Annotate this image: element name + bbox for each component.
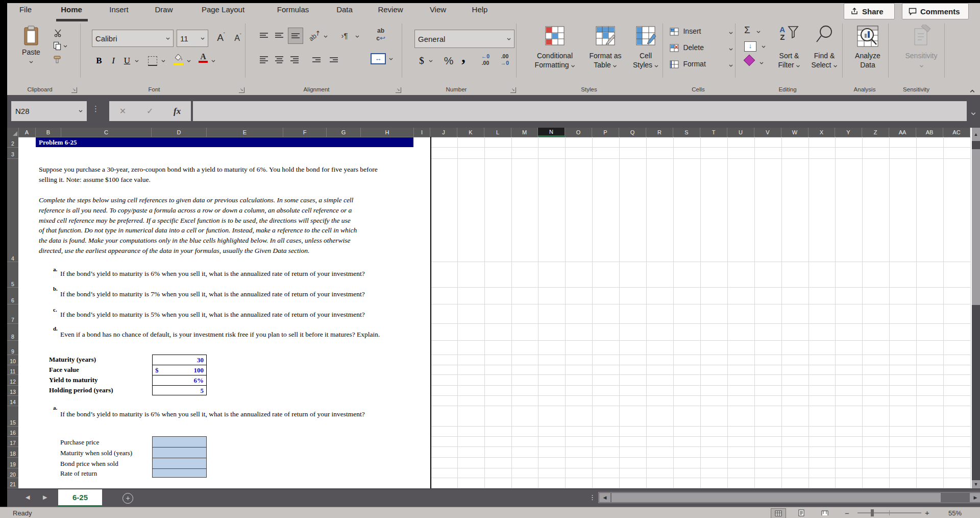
underline-button[interactable]: U	[121, 52, 133, 69]
decrease-decimal-button[interactable]: .00 →0	[496, 53, 513, 67]
sort-filter-button[interactable]: AZ Sort &Filter	[773, 25, 805, 78]
row-header-16[interactable]: 16	[7, 430, 18, 436]
ribbon-tab-review[interactable]: Review	[378, 5, 403, 14]
column-header-H[interactable]: H	[361, 128, 414, 137]
number-dialog-launcher-icon[interactable]: ↘	[510, 87, 516, 93]
formula-input[interactable]	[193, 101, 967, 121]
column-header-V[interactable]: V	[754, 128, 781, 137]
ribbon-tab-file[interactable]: File	[19, 5, 32, 14]
row-header-19[interactable]: 19	[7, 461, 18, 467]
decrease-font-button[interactable]: Aˇ	[231, 31, 245, 46]
given-data-cell[interactable]: 6%	[153, 375, 206, 386]
font-dialog-launcher-icon[interactable]: ↘	[239, 87, 244, 93]
column-header-O[interactable]: O	[565, 128, 592, 137]
ribbon-tab-formulas[interactable]: Formulas	[277, 5, 309, 14]
increase-decimal-button[interactable]: ←0 .00	[477, 53, 494, 67]
analyze-data-button[interactable]: AnalyzeData	[848, 25, 887, 78]
name-box-resizer-icon[interactable]: ⋮	[92, 104, 100, 113]
font-name-combo[interactable]: Calibri	[92, 30, 174, 47]
column-header-AC[interactable]: AC	[943, 128, 970, 137]
sheet-title-cell[interactable]: Problem 6-25	[36, 137, 413, 147]
tab-splitter-icon[interactable]: ⋮	[589, 493, 596, 501]
fill-color-button[interactable]	[172, 53, 185, 68]
increase-indent-button[interactable]	[327, 53, 341, 66]
column-header-P[interactable]: P	[592, 128, 619, 137]
sheet-nav-right-icon[interactable]: ▶	[43, 494, 47, 501]
font-size-combo[interactable]: 11	[177, 30, 208, 47]
column-header-Y[interactable]: Y	[835, 128, 862, 137]
show-paragraph-button[interactable]: ›¶	[336, 29, 353, 42]
font-color-chevron-icon[interactable]	[210, 56, 216, 65]
copy-button[interactable]	[50, 41, 70, 51]
row-header-21[interactable]: 21	[7, 481, 18, 487]
percent-style-button[interactable]: %	[440, 52, 457, 69]
column-header-D[interactable]: D	[152, 128, 207, 137]
collapse-ribbon-button[interactable]	[971, 86, 975, 95]
column-header-I[interactable]: I	[414, 128, 430, 137]
column-header-Z[interactable]: Z	[862, 128, 889, 137]
autosum-button[interactable]: Σ	[744, 25, 770, 38]
given-data-cell[interactable]: 5	[153, 386, 206, 395]
column-header-G[interactable]: G	[327, 128, 361, 137]
sheet-nav-left-icon[interactable]: ◀	[26, 494, 30, 501]
normal-view-button[interactable]	[771, 508, 786, 518]
decrease-indent-button[interactable]	[309, 53, 324, 66]
row-header-9[interactable]: 9	[7, 348, 18, 355]
row-header-10[interactable]: 10	[7, 358, 18, 364]
ribbon-tab-draw[interactable]: Draw	[155, 5, 173, 14]
format-as-table-button[interactable]: Format asTable	[585, 25, 626, 78]
conditional-formatting-button[interactable]: ConditionalFormatting	[534, 25, 575, 78]
scroll-down-icon[interactable]: ▼	[972, 480, 980, 488]
clear-button[interactable]	[744, 56, 770, 69]
given-data-cell[interactable]: $100	[153, 365, 206, 375]
bold-button[interactable]: B	[93, 52, 105, 69]
column-header-S[interactable]: S	[673, 128, 700, 137]
cut-button[interactable]	[51, 28, 64, 38]
format-cells-button[interactable]: Format	[670, 59, 733, 73]
column-header-K[interactable]: K	[457, 128, 484, 137]
column-header-W[interactable]: W	[781, 128, 808, 137]
column-header-T[interactable]: T	[700, 128, 727, 137]
cell-styles-button[interactable]: CellStyles	[628, 25, 664, 78]
increase-font-button[interactable]: Aˆ	[213, 30, 229, 46]
sensitivity-button[interactable]: Sensitivity	[893, 25, 949, 78]
align-right-button[interactable]	[288, 53, 301, 66]
row-header-15[interactable]: 15	[7, 419, 18, 426]
horizontal-scrollbar[interactable]: ◀ ▶	[598, 492, 980, 503]
orientation-button[interactable]: ab↗	[307, 28, 323, 43]
zoom-in-icon[interactable]: +	[925, 508, 929, 517]
vertical-scroll-thumb[interactable]	[972, 149, 980, 305]
horizontal-scroll-thumb[interactable]	[611, 493, 941, 502]
scroll-right-icon[interactable]: ▶	[970, 493, 980, 502]
row-header-4[interactable]: 4	[7, 255, 18, 262]
column-header-B[interactable]: B	[36, 128, 61, 137]
page-break-view-button[interactable]	[818, 508, 832, 517]
row-header-2[interactable]: 2	[7, 140, 18, 147]
column-header-A[interactable]: A	[18, 128, 36, 137]
column-header-AA[interactable]: AA	[889, 128, 916, 137]
underline-chevron-icon[interactable]	[134, 56, 140, 65]
italic-button[interactable]: I	[108, 52, 118, 69]
enter-icon[interactable]: ✓	[146, 106, 153, 116]
column-header-F[interactable]: F	[283, 128, 327, 137]
column-header-AB[interactable]: AB	[916, 128, 943, 137]
number-format-combo[interactable]: General	[414, 30, 514, 48]
row-header-7[interactable]: 7	[7, 317, 18, 323]
column-header-M[interactable]: M	[511, 128, 538, 137]
ribbon-tab-insert[interactable]: Insert	[109, 5, 129, 14]
given-data-cell[interactable]: 30	[153, 355, 206, 365]
scroll-up-icon[interactable]: ▲	[972, 128, 980, 141]
vertical-scrollbar[interactable]: ▲ ▼	[972, 128, 980, 488]
ribbon-tab-page-layout[interactable]: Page Layout	[202, 5, 244, 14]
ribbon-tab-data[interactable]: Data	[336, 5, 353, 14]
comma-style-button[interactable]: ,	[458, 48, 469, 65]
row-header-5[interactable]: 5	[7, 281, 18, 287]
format-painter-button[interactable]	[51, 54, 64, 65]
column-header-C[interactable]: C	[61, 128, 152, 137]
accounting-format-button[interactable]: $	[416, 52, 427, 69]
delete-cells-button[interactable]: Delete	[670, 43, 733, 56]
borders-chevron-icon[interactable]	[160, 56, 166, 65]
ribbon-tab-help[interactable]: Help	[472, 5, 488, 14]
column-header-X[interactable]: X	[808, 128, 835, 137]
column-header-L[interactable]: L	[484, 128, 511, 137]
